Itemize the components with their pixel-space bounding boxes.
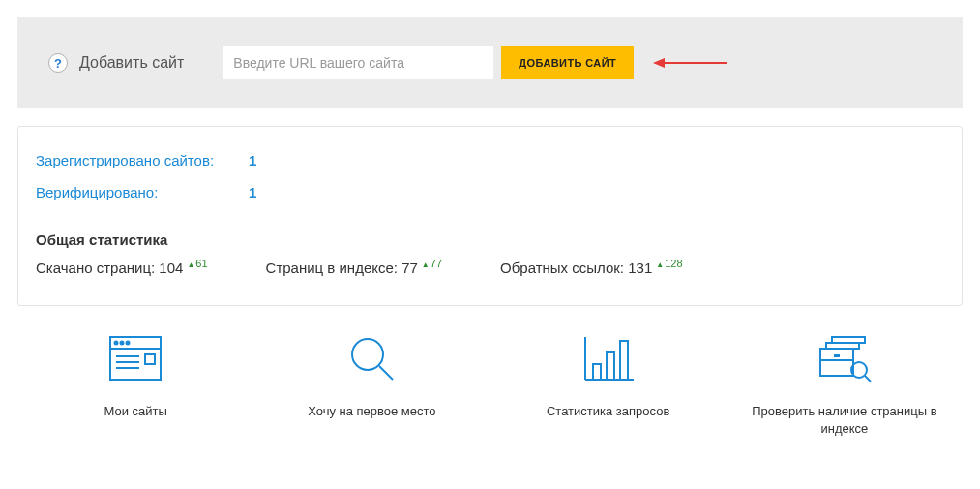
- svg-point-4: [115, 342, 118, 345]
- indexed-label: Страниц в индексе:: [266, 260, 402, 276]
- verified-row: Верифицировано: 1: [36, 184, 944, 200]
- svg-line-24: [865, 376, 871, 382]
- svg-line-12: [379, 366, 393, 380]
- svg-rect-10: [145, 354, 155, 364]
- stats-card: Зарегистрировано сайтов: 1 Верифицирован…: [17, 126, 963, 306]
- indexed-delta: 77: [422, 258, 442, 269]
- drawer-search-icon: [815, 329, 875, 387]
- site-url-input[interactable]: [223, 46, 493, 79]
- svg-rect-17: [620, 341, 628, 380]
- svg-point-6: [127, 342, 130, 345]
- backlinks-delta: 128: [656, 258, 682, 269]
- indexed-value: 77: [401, 260, 418, 276]
- verified-value: 1: [249, 184, 256, 200]
- downloaded-label: Скачано страниц:: [36, 260, 159, 276]
- overall-stats-title: Общая статистика: [36, 231, 944, 248]
- help-icon[interactable]: ?: [48, 53, 68, 73]
- help-glyph: ?: [54, 56, 62, 71]
- svg-rect-22: [832, 337, 865, 343]
- tile-label: Мои сайты: [104, 403, 166, 420]
- tile-query-stats[interactable]: Статистика запросов: [512, 329, 705, 438]
- svg-rect-18: [820, 349, 853, 376]
- add-site-button[interactable]: ДОБАВИТЬ САЙТ: [501, 46, 634, 79]
- verified-label: Верифицировано:: [36, 184, 249, 200]
- downloaded-value: 104: [159, 260, 183, 276]
- add-site-label: Добавить сайт: [79, 54, 184, 72]
- backlinks-value: 131: [628, 260, 652, 276]
- indexed-pages: Страниц в индексе: 7777: [266, 258, 442, 276]
- backlinks: Обратных ссылок: 131128: [500, 258, 682, 276]
- tile-label: Статистика запросов: [547, 403, 669, 420]
- svg-rect-15: [593, 364, 601, 380]
- magnifier-icon: [344, 329, 399, 387]
- svg-point-5: [121, 342, 124, 345]
- tile-first-place[interactable]: Хочу на первое место: [275, 329, 468, 438]
- svg-rect-20: [834, 354, 840, 357]
- bar-chart-icon: [581, 329, 636, 387]
- svg-marker-1: [653, 58, 665, 68]
- backlinks-label: Обратных ссылок:: [500, 260, 628, 276]
- action-tiles: Мои сайты Хочу на первое место Статистик…: [17, 329, 963, 438]
- downloaded-pages: Скачано страниц: 10461: [36, 258, 208, 276]
- tile-check-index[interactable]: Проверить наличие страницы в индексе: [748, 329, 941, 438]
- tile-label: Хочу на первое место: [308, 403, 435, 420]
- add-site-panel: ? Добавить сайт ДОБАВИТЬ САЙТ: [17, 17, 963, 108]
- tile-my-sites[interactable]: Мои сайты: [39, 329, 232, 438]
- tile-label: Проверить наличие страницы в индексе: [748, 403, 941, 438]
- svg-rect-16: [607, 352, 614, 380]
- svg-point-11: [352, 339, 383, 370]
- downloaded-delta: 61: [187, 258, 207, 269]
- window-icon: [108, 329, 163, 387]
- registered-label: Зарегистрировано сайтов:: [36, 152, 249, 168]
- registered-value: 1: [249, 152, 256, 168]
- overall-stats-line: Скачано страниц: 10461 Страниц в индексе…: [36, 258, 944, 276]
- arrow-annotation-icon: [651, 54, 728, 72]
- registered-row: Зарегистрировано сайтов: 1: [36, 152, 944, 168]
